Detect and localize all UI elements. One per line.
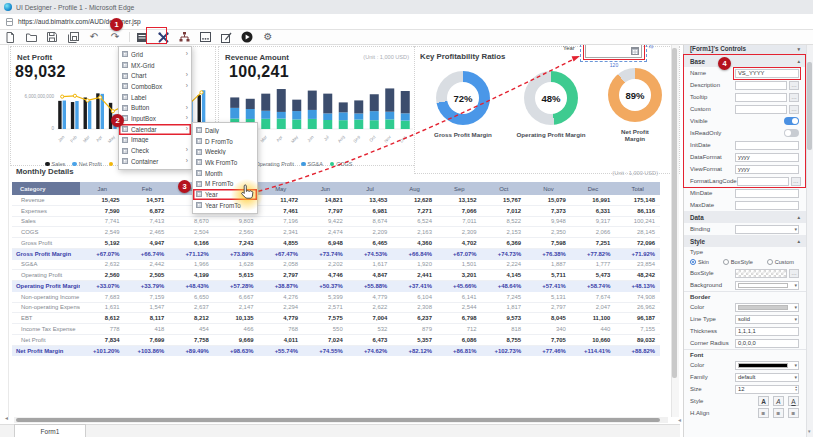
new-file-button[interactable] bbox=[2, 31, 18, 44]
data-panel-button[interactable] bbox=[134, 31, 150, 44]
maxdate-field[interactable] bbox=[735, 201, 799, 210]
property-control-color[interactable]: ▾ bbox=[735, 303, 799, 312]
property-control-formatlangcode[interactable]: … bbox=[737, 177, 801, 186]
redo-button[interactable]: ↷ bbox=[107, 31, 123, 44]
mindate-field[interactable] bbox=[735, 189, 799, 198]
radio-skin[interactable]: Skin bbox=[690, 259, 709, 265]
scrollbar-left-arrow[interactable]: ◂ bbox=[5, 414, 8, 421]
menu-item-d-fromto[interactable]: D FromTo bbox=[193, 136, 257, 147]
calendar-icon[interactable] bbox=[631, 47, 639, 55]
property-control-family[interactable]: default▾ bbox=[735, 373, 799, 382]
font-style-button[interactable]: A bbox=[773, 396, 784, 406]
code-grid-button[interactable] bbox=[197, 31, 213, 44]
form1-tab[interactable]: Form1 bbox=[14, 424, 86, 437]
align-button[interactable]: ≡ bbox=[773, 408, 784, 418]
binding-select[interactable]: ▾ bbox=[735, 225, 799, 234]
property-control-binding[interactable]: ▾ bbox=[735, 225, 799, 234]
property-control-viewformat[interactable]: yyyy bbox=[735, 165, 799, 174]
property-control-size[interactable]: 12▴▾ bbox=[735, 385, 799, 394]
property-control-color[interactable]: ▾ bbox=[735, 361, 799, 370]
ellipsis-button[interactable]: … bbox=[789, 93, 799, 102]
radio-boxstyle[interactable]: BoxStyle bbox=[723, 259, 753, 265]
menu-item-daily[interactable]: Daily bbox=[193, 125, 257, 136]
thickness-field[interactable]: 1,1,1,1 bbox=[735, 327, 799, 336]
menu-item-inputbox[interactable]: InputBox› bbox=[119, 113, 191, 124]
property-control-tooltip[interactable]: … bbox=[735, 93, 799, 102]
property-control-thickness[interactable]: 1,1,1,1 bbox=[735, 327, 799, 336]
name-field[interactable]: VS_YYYY bbox=[735, 69, 799, 78]
hierarchy-button[interactable] bbox=[176, 31, 192, 44]
align-button[interactable]: ≡ bbox=[758, 408, 769, 418]
menu-item-check[interactable]: Check› bbox=[119, 145, 191, 156]
save-button[interactable] bbox=[44, 31, 60, 44]
tooltip-field[interactable] bbox=[735, 93, 787, 102]
edit-button[interactable] bbox=[218, 31, 234, 44]
property-control-isreadonly[interactable] bbox=[784, 129, 799, 137]
color-color-select[interactable]: ▾ bbox=[735, 303, 799, 312]
property-control-corner-radius[interactable]: 0,0,0,0 bbox=[735, 339, 799, 348]
menu-item-chart[interactable]: Chart› bbox=[119, 70, 191, 81]
align-button[interactable]: ≡ bbox=[788, 408, 799, 418]
scroll-down-icon[interactable]: ▼ bbox=[807, 429, 811, 434]
property-control-description[interactable]: … bbox=[735, 81, 799, 90]
property-control-mindate[interactable] bbox=[735, 189, 799, 198]
property-control-initdate[interactable] bbox=[735, 141, 799, 150]
isreadonly-toggle[interactable] bbox=[784, 129, 799, 137]
font-style-button[interactable]: A bbox=[788, 396, 799, 406]
menu-item-mx-grid[interactable]: MX-Grid bbox=[119, 60, 191, 71]
ellipsis-button[interactable]: … bbox=[789, 81, 799, 90]
run-button[interactable] bbox=[239, 31, 255, 44]
ellipsis-button[interactable]: … bbox=[789, 269, 799, 278]
line-type-select[interactable]: solid▾ bbox=[735, 315, 799, 324]
visible-toggle[interactable] bbox=[784, 117, 799, 125]
menu-item-button[interactable]: Button› bbox=[119, 102, 191, 113]
corner-radius-field[interactable]: 0,0,0,0 bbox=[735, 339, 799, 348]
canvas-vertical-scrollbar-thumb[interactable] bbox=[672, 48, 677, 378]
menu-item-combobox[interactable]: ComboBox› bbox=[119, 81, 191, 92]
menu-item-label[interactable]: Label bbox=[119, 92, 191, 103]
description-field[interactable] bbox=[735, 81, 787, 90]
property-control-style[interactable]: AAA bbox=[756, 396, 799, 406]
property-control-background[interactable]: ▾ bbox=[735, 281, 799, 290]
menu-item-weekly[interactable]: Weekly bbox=[193, 146, 257, 157]
radio-custom[interactable]: Custom bbox=[767, 259, 794, 265]
custom-field[interactable] bbox=[735, 105, 787, 114]
components-button[interactable] bbox=[155, 31, 171, 44]
property-control-maxdate[interactable] bbox=[735, 201, 799, 210]
menu-item-image[interactable]: Image bbox=[119, 135, 191, 146]
viewformat-field[interactable]: yyyy bbox=[735, 165, 799, 174]
menu-item-grid[interactable]: Grid› bbox=[119, 49, 191, 60]
family-select[interactable]: default▾ bbox=[735, 373, 799, 382]
year-calendar-input[interactable] bbox=[585, 43, 642, 58]
property-control-dataformat[interactable]: yyyy bbox=[735, 153, 799, 162]
panel-scrollbar-thumb[interactable] bbox=[807, 62, 812, 150]
dataformat-field[interactable]: yyyy bbox=[735, 153, 799, 162]
background-color-select[interactable]: ▾ bbox=[735, 281, 799, 290]
formatlangcode-field[interactable] bbox=[737, 177, 789, 186]
color-color-select[interactable]: ▾ bbox=[735, 361, 799, 370]
property-control-line-type[interactable]: solid▾ bbox=[735, 315, 799, 324]
menu-item-calendar[interactable]: Calendar› bbox=[119, 124, 191, 135]
ellipsis-button[interactable]: … bbox=[789, 105, 799, 114]
font-style-button[interactable]: A bbox=[758, 396, 769, 406]
property-control-boxstyle[interactable]: … bbox=[735, 269, 799, 278]
panel-collapse-arrow[interactable]: ◂ bbox=[678, 416, 681, 423]
menu-item-container[interactable]: Container› bbox=[119, 156, 191, 167]
property-control-name[interactable]: VS_YYYY bbox=[735, 69, 799, 78]
canvas-horizontal-scrollbar-thumb[interactable] bbox=[16, 418, 660, 422]
settings-button[interactable]: ⚙ bbox=[260, 31, 276, 44]
property-control-custom[interactable]: … bbox=[735, 105, 799, 114]
ellipsis-button[interactable]: … bbox=[791, 177, 801, 186]
menu-item-month[interactable]: Month bbox=[193, 168, 257, 179]
size-spinner[interactable]: 12▴▾ bbox=[735, 385, 799, 394]
undo-button[interactable]: ↶ bbox=[86, 31, 102, 44]
boxstyle-swatch[interactable] bbox=[735, 269, 787, 278]
initdate-field[interactable] bbox=[735, 141, 799, 150]
section-header-data[interactable]: Data▴ bbox=[684, 211, 806, 223]
save-all-button[interactable] bbox=[65, 31, 81, 44]
section-header-base[interactable]: Base▴ bbox=[684, 55, 806, 67]
section-header-style[interactable]: Style▴ bbox=[684, 235, 806, 247]
open-button[interactable] bbox=[23, 31, 39, 44]
menu-item-wk-fromto[interactable]: Wk FromTo bbox=[193, 157, 257, 168]
property-control-h-align[interactable]: ≡≡≡ bbox=[756, 408, 799, 418]
